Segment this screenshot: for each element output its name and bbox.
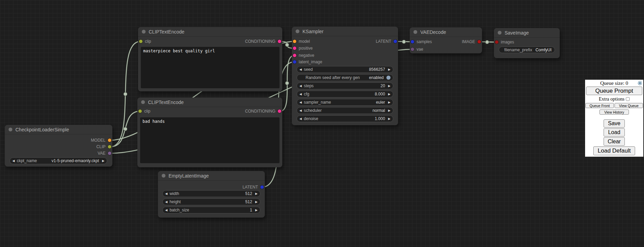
image-output-dot[interactable] xyxy=(478,40,481,43)
toggle-enabled-dot[interactable] xyxy=(386,76,391,80)
decrement-arrow-icon[interactable]: ◀ xyxy=(299,109,302,112)
extra-options-row: Extra options xyxy=(599,96,630,102)
decrement-arrow-icon[interactable]: ◀ xyxy=(299,93,302,96)
decrement-arrow-icon[interactable]: ◀ xyxy=(165,200,168,204)
node-title: CheckpointLoaderSimple xyxy=(15,127,69,132)
scheduler-widget[interactable]: ◀ scheduler normal ▶ xyxy=(297,107,393,114)
increment-arrow-icon[interactable]: ▶ xyxy=(255,192,258,195)
node-titlebar[interactable]: EmptyLatentImage xyxy=(158,171,265,181)
queue-panel: Queue size: 0 Queue Prompt Extra options… xyxy=(585,80,643,157)
load-button[interactable]: Load xyxy=(604,128,625,136)
node-titlebar[interactable]: SaveImage xyxy=(494,28,560,38)
node-clip-text-encode-positive[interactable]: CLIPTextEncode clip CONDITIONING masterp… xyxy=(138,27,282,91)
clip-input-dot[interactable] xyxy=(138,109,142,113)
link-dot xyxy=(124,92,127,96)
increment-arrow-icon[interactable]: ▶ xyxy=(102,159,104,162)
random-seed-toggle[interactable]: Random seed after every gen enabled xyxy=(297,74,393,81)
decrement-arrow-icon[interactable]: ◀ xyxy=(299,101,302,104)
increment-arrow-icon[interactable]: ▶ xyxy=(388,109,391,112)
collapse-dot-icon[interactable] xyxy=(498,31,501,35)
queue-size-label: Queue size: 0 xyxy=(600,80,628,86)
cfg-widget[interactable]: ◀ cfg 8.000 ▶ xyxy=(297,91,393,98)
clip-output-dot[interactable] xyxy=(108,145,111,148)
collapse-dot-icon[interactable] xyxy=(141,100,145,104)
model-output-dot[interactable] xyxy=(108,139,111,142)
node-graph-canvas[interactable]: CheckpointLoaderSimple MODEL CLIP VAE ◀ … xyxy=(0,0,644,247)
latent-image-input-dot[interactable] xyxy=(293,60,296,64)
samples-input-dot[interactable] xyxy=(411,40,414,43)
filename-prefix-widget[interactable]: filename_prefix ComfyUI xyxy=(499,47,555,53)
node-vae-decode[interactable]: VAEDecode samples vae IMAGE xyxy=(410,27,482,53)
denoise-widget[interactable]: ◀ denoise 1.000 ▶ xyxy=(297,115,393,122)
positive-prompt-textarea[interactable]: masterpiece best quality girl xyxy=(141,47,280,88)
link-dot xyxy=(285,81,289,85)
decrement-arrow-icon[interactable]: ◀ xyxy=(12,159,15,162)
batch-size-widget[interactable]: ◀ batch_size 1 ▶ xyxy=(162,207,260,213)
output-latent: LATENT xyxy=(243,184,264,190)
model-input-dot[interactable] xyxy=(293,40,296,43)
vae-input-dot[interactable] xyxy=(411,48,414,51)
vae-output-dot[interactable] xyxy=(108,152,111,155)
increment-arrow-icon[interactable]: ▶ xyxy=(388,93,391,96)
save-button[interactable]: Save xyxy=(604,119,625,128)
images-input-dot[interactable] xyxy=(495,40,498,44)
input-images: images xyxy=(495,39,514,45)
input-latent-image: latent_image xyxy=(293,59,322,65)
increment-arrow-icon[interactable]: ▶ xyxy=(388,117,391,120)
node-titlebar[interactable]: CheckpointLoaderSimple xyxy=(5,125,112,134)
output-image: IMAGE xyxy=(462,39,481,44)
node-ksampler[interactable]: KSampler model positive negative latent_… xyxy=(292,27,398,125)
width-widget[interactable]: ◀ width 512 ▶ xyxy=(162,190,260,197)
view-queue-button[interactable]: View Queue xyxy=(615,103,643,108)
decrement-arrow-icon[interactable]: ◀ xyxy=(299,68,302,71)
node-titlebar[interactable]: VAEDecode xyxy=(410,27,482,37)
node-titlebar[interactable]: CLIPTextEncode xyxy=(138,27,282,37)
node-titlebar[interactable]: CLIPTextEncode xyxy=(137,98,282,107)
queue-prompt-button[interactable]: Queue Prompt xyxy=(586,87,642,95)
positive-input-dot[interactable] xyxy=(293,47,296,50)
output-vae: VAE xyxy=(98,151,111,156)
decrement-arrow-icon[interactable]: ◀ xyxy=(299,117,302,120)
increment-arrow-icon[interactable]: ▶ xyxy=(388,68,391,71)
node-titlebar[interactable]: KSampler xyxy=(292,27,398,36)
collapse-dot-icon[interactable] xyxy=(162,174,165,178)
height-widget[interactable]: ◀ height 512 ▶ xyxy=(162,198,260,205)
extra-options-checkbox[interactable] xyxy=(626,97,630,101)
latent-output-dot[interactable] xyxy=(260,185,264,189)
load-default-button[interactable]: Load Default xyxy=(593,146,635,155)
increment-arrow-icon[interactable]: ▶ xyxy=(388,101,391,104)
collapse-dot-icon[interactable] xyxy=(413,30,417,34)
sampler-name-widget[interactable]: ◀ sampler_name euler ▶ xyxy=(297,99,393,106)
conditioning-output-dot[interactable] xyxy=(278,40,281,43)
output-conditioning: CONDITIONING xyxy=(245,108,281,114)
settings-gear-icon[interactable] xyxy=(637,81,642,86)
view-history-button[interactable]: View History xyxy=(599,109,629,115)
ckpt-name-widget[interactable]: ◀ ckpt_name v1-5-pruned-emaonly.ckpt ▶ xyxy=(10,157,107,164)
seed-widget[interactable]: ◀ seed 8566257 ▶ xyxy=(297,66,393,73)
node-empty-latent-image[interactable]: EmptyLatentImage LATENT ◀ width 512 ▶ ◀ … xyxy=(158,171,265,218)
negative-input-dot[interactable] xyxy=(293,54,296,57)
decrement-arrow-icon[interactable]: ◀ xyxy=(165,209,168,212)
node-save-image[interactable]: SaveImage images filename_prefix ComfyUI xyxy=(494,28,560,58)
conditioning-output-dot[interactable] xyxy=(278,109,281,113)
decrement-arrow-icon[interactable]: ◀ xyxy=(299,84,302,88)
decrement-arrow-icon[interactable]: ◀ xyxy=(165,192,168,195)
node-clip-text-encode-negative[interactable]: CLIPTextEncode clip CONDITIONING bad han… xyxy=(137,98,282,167)
collapse-dot-icon[interactable] xyxy=(9,128,12,131)
latent-output-dot[interactable] xyxy=(394,40,397,43)
node-title: KSampler xyxy=(302,29,323,34)
node-title: VAEDecode xyxy=(420,29,446,35)
clip-input-dot[interactable] xyxy=(139,40,143,43)
increment-arrow-icon[interactable]: ▶ xyxy=(388,84,391,88)
increment-arrow-icon[interactable]: ▶ xyxy=(255,209,258,212)
negative-prompt-textarea[interactable]: bad hands xyxy=(140,117,280,163)
collapse-dot-icon[interactable] xyxy=(296,29,299,33)
queue-front-button[interactable]: Queue Front xyxy=(585,103,614,108)
increment-arrow-icon[interactable]: ▶ xyxy=(255,200,258,204)
collapse-dot-icon[interactable] xyxy=(142,30,146,34)
queue-buttons-row: Queue Front View Queue xyxy=(585,103,643,108)
node-checkpoint-loader[interactable]: CheckpointLoaderSimple MODEL CLIP VAE ◀ … xyxy=(5,125,112,167)
clear-button[interactable]: Clear xyxy=(604,137,625,146)
steps-widget[interactable]: ◀ steps 20 ▶ xyxy=(297,82,393,89)
output-conditioning: CONDITIONING xyxy=(245,39,281,44)
